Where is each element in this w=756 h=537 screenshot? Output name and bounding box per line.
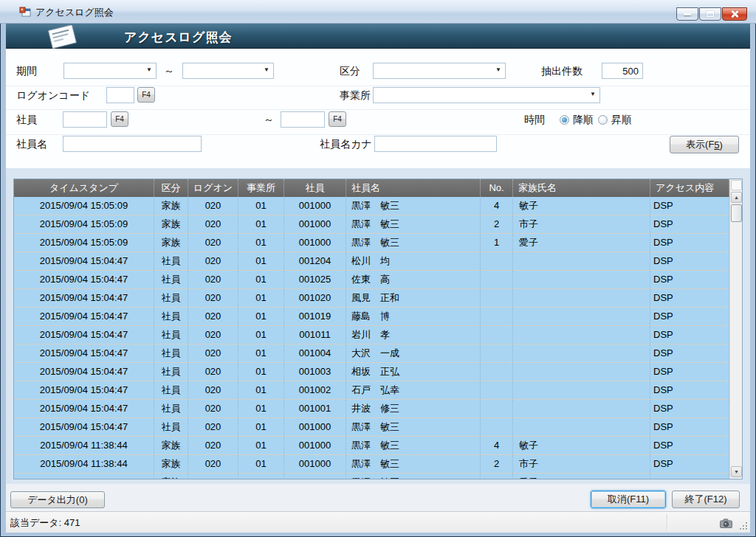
table-cell: 020 [188,363,238,381]
table-row[interactable]: 2015/09/04 11:38:44家族02001001000黒澤 敏三1愛子… [14,474,729,479]
header-cell[interactable]: 事業所 [238,179,284,197]
table-cell: 020 [188,326,238,344]
employee-to-input[interactable] [281,111,325,128]
table-cell: 001000 [284,234,346,252]
show-button[interactable]: 表示(F5) [670,136,739,153]
table-cell: 020 [188,344,238,362]
header-cell[interactable]: 社員名 [346,179,481,197]
minimize-button[interactable] [676,7,698,21]
resize-grip[interactable] [738,521,747,530]
employee-from-input[interactable] [63,111,107,128]
header-cell[interactable]: 社員 [284,179,346,197]
table-cell: 2015/09/04 15:05:09 [14,197,154,215]
table-row[interactable]: 2015/09/04 15:04:47社員02001001004大沢 一成DSP [14,344,729,363]
table-cell: 001020 [284,289,346,307]
table-cell [513,400,650,418]
close-button[interactable] [722,7,747,21]
table-cell: 001000 [284,474,346,479]
table-row[interactable]: 2015/09/04 15:04:47社員02001001003相坂 正弘DSP [14,363,729,381]
table-cell [513,252,650,270]
table-row[interactable]: 2015/09/04 15:04:47社員02001001000黒澤 敏三DSP [14,418,729,437]
table-cell: DSP [650,455,729,473]
table-cell: 020 [188,271,238,288]
data-export-button[interactable]: データ出力(0) [10,491,105,508]
scroll-up-button[interactable]: ▲ [731,192,742,203]
table-row[interactable]: 2015/09/04 15:04:47社員02001001025佐東 高DSP [14,271,729,289]
header-cell[interactable]: 区分 [154,179,188,197]
count-input[interactable] [602,63,643,79]
table-cell: 001001 [284,400,346,418]
logon-f4-button[interactable]: F4 [137,87,155,103]
table-cell: 01 [238,215,284,233]
kubun-combobox[interactable]: ▼ [373,63,506,79]
header-cell[interactable]: ログオン [188,179,238,197]
table-cell [513,308,650,325]
table-cell: DSP [650,289,729,307]
logon-code-input[interactable] [106,87,134,103]
table-row[interactable]: 2015/09/04 15:04:47社員02001001001井波 修三DSP [14,400,729,418]
table-row[interactable]: 2015/09/04 15:05:09家族02001001000黒澤 敏三2市子… [14,215,729,234]
table-cell: 敏子 [513,197,650,215]
employee-to-f4-button[interactable]: F4 [329,111,346,127]
table-row[interactable]: 2015/09/04 15:04:47社員02001001204松川 均DSP [14,252,729,271]
table-cell: 社員 [154,252,188,270]
table-cell: 黒澤 敏三 [346,197,481,215]
table-cell: 2015/09/04 15:04:47 [14,252,154,270]
table-row[interactable]: 2015/09/04 11:38:44家族02001001000黒澤 敏三2市子… [14,455,729,474]
document-icon [38,25,87,52]
cancel-button[interactable]: 取消(F11) [591,491,666,508]
sort-desc-radio[interactable] [560,115,569,125]
table-cell [481,381,513,399]
table-row[interactable]: 2015/09/04 15:05:09家族02001001000黒澤 敏三1愛子… [14,234,729,252]
table-cell: 2015/09/04 15:04:47 [14,289,154,307]
table-cell: 2015/09/04 15:04:47 [14,271,154,288]
table-cell: 市子 [513,215,650,233]
statusbar: 該当データ: 471 [6,511,750,533]
table-cell: 001000 [284,455,346,473]
header-cell[interactable]: アクセス内容 [650,179,729,197]
employee-from-f4-button[interactable]: F4 [111,111,128,127]
table-row[interactable]: 2015/09/04 15:04:47社員02001001002石戸 弘幸DSP [14,381,729,400]
table-row[interactable]: 2015/09/04 15:05:09家族02001001000黒澤 敏三4敏子… [14,197,729,215]
vertical-scrollbar[interactable]: ▲ ▼ [729,179,742,479]
header-cell[interactable]: No. [481,179,513,197]
table-cell: 藤島 博 [346,308,481,325]
table-cell: 2015/09/04 15:04:47 [14,308,154,325]
scrollbar-thumb[interactable] [731,204,742,222]
table-cell: 石戸 弘幸 [346,381,481,399]
period-to-combobox[interactable]: ▼ [182,63,274,79]
name-label: 社員名 [16,138,47,151]
table-cell: 岩川 孝 [346,326,481,344]
divider [6,109,750,110]
header-cell[interactable]: タイムスタンプ [14,179,154,197]
period-from-combobox[interactable]: ▼ [63,63,157,79]
maximize-button[interactable] [699,7,721,21]
window-title: アクセスログ照会 [35,6,114,19]
table-cell: 01 [238,437,284,454]
office-combobox[interactable]: ▼ [373,87,600,103]
kana-input[interactable] [374,136,497,152]
app-window: アクセスログ照会 アクセスログ照会 [0,0,756,537]
table-row[interactable]: 2015/09/04 15:04:47社員02001001020風見 正和DSP [14,289,729,308]
table-cell: 001003 [284,363,346,381]
sort-asc-label: 昇順 [611,114,632,127]
divider [6,134,750,135]
scroll-down-button[interactable]: ▼ [731,466,742,477]
table-row[interactable]: 2015/09/04 15:04:47社員02001001019藤島 博DSP [14,308,729,326]
table-cell: 2 [481,215,513,233]
name-input[interactable] [63,136,202,152]
table-cell: 01 [238,455,284,473]
table-cell: 01 [238,418,284,436]
sort-asc-radio[interactable] [598,115,608,125]
table-cell: 2015/09/04 15:04:47 [14,400,154,418]
table-row[interactable]: 2015/09/04 11:38:44家族02001001000黒澤 敏三4敏子… [14,437,729,455]
table-cell [513,289,650,307]
table-cell: 020 [188,289,238,307]
table-cell: 2015/09/04 15:04:47 [14,418,154,436]
table-cell: 社員 [154,363,188,381]
chevron-down-icon: ▼ [264,66,269,73]
exit-button[interactable]: 終了(F12) [672,491,740,508]
table-row[interactable]: 2015/09/04 15:04:47社員02001001011岩川 孝DSP [14,326,729,344]
header-cell[interactable]: 家族氏名 [513,179,650,197]
titlebar[interactable]: アクセスログ照会 [0,0,756,24]
